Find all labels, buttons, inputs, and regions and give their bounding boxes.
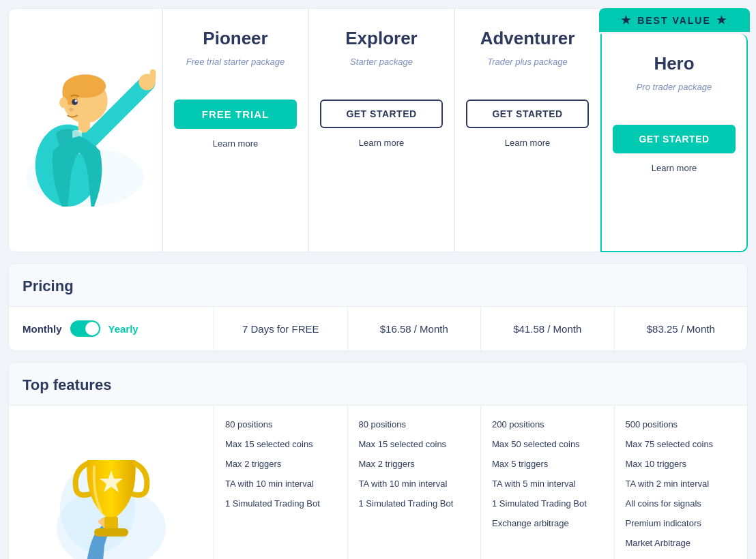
pricing-title: Pricing	[9, 264, 747, 307]
feature-item: Max 15 selected coins	[225, 438, 336, 451]
features-col-explorer: 80 positions Max 15 selected coins Max 2…	[347, 406, 481, 559]
pricing-cell-pioneer: 7 Days for FREE	[214, 307, 347, 350]
feature-item: All coins for signals	[626, 497, 737, 510]
features-row: 80 positions Max 15 selected coins Max 2…	[9, 406, 747, 559]
learn-more-explorer[interactable]: Learn more	[359, 138, 404, 148]
feature-item: 1 Simulated Trading Bot	[359, 497, 470, 510]
pricing-cell-hero: $83.25 / Month	[614, 307, 748, 350]
feature-item: Max 2 triggers	[359, 457, 470, 470]
feature-item: Exchange arbitrage	[492, 517, 603, 530]
star-left-icon: ★	[621, 14, 632, 27]
features-title: Top features	[9, 363, 747, 406]
pricing-section: Pricing Monthly Yearly 7 Days for FREE $…	[8, 263, 748, 351]
feature-item: Max 10 triggers	[626, 457, 737, 470]
hero-illustration-col	[8, 8, 162, 252]
plan-card-adventurer: Adventurer Trader plus package GET START…	[454, 8, 600, 252]
get-started-button-adventurer[interactable]: GET STARTED	[466, 100, 589, 128]
plan-card-pioneer: Pioneer Free trial starter package FREE …	[162, 8, 308, 252]
learn-more-pioneer[interactable]: Learn more	[213, 138, 258, 149]
feature-item: Market Making	[626, 556, 737, 559]
feature-item: TA with 2 min interval	[626, 477, 737, 490]
svg-point-13	[69, 108, 74, 111]
trophy-illustration	[43, 419, 179, 559]
price-adventurer: $41.58 / Month	[513, 323, 581, 335]
pricing-row: Monthly Yearly 7 Days for FREE $16.58 / …	[9, 307, 747, 350]
svg-rect-9	[150, 69, 156, 82]
svg-rect-17	[94, 528, 128, 537]
feature-item: Max 5 triggers	[492, 457, 603, 470]
feature-item: Max 2 triggers	[225, 457, 336, 470]
feature-item: 200 positions	[492, 418, 603, 431]
plan-sub-pioneer: Free trial starter package	[186, 56, 285, 80]
plan-sub-hero: Pro trader package	[637, 81, 712, 106]
feature-item: Max 75 selected coins	[626, 438, 737, 451]
features-col-hero: 500 positions Max 75 selected coins Max …	[614, 406, 748, 559]
billing-toggle[interactable]	[70, 320, 100, 337]
yearly-label: Yearly	[108, 323, 139, 335]
pricing-cell-explorer: $16.58 / Month	[347, 307, 481, 350]
best-value-text: BEST VALUE	[637, 15, 711, 26]
best-value-banner: ★ BEST VALUE ★	[599, 8, 750, 32]
learn-more-adventurer[interactable]: Learn more	[505, 138, 550, 148]
features-col-adventurer: 200 positions Max 50 selected coins Max …	[480, 406, 614, 559]
price-hero: $83.25 / Month	[647, 323, 715, 335]
monthly-label: Monthly	[23, 323, 62, 335]
feature-item: TA with 10 min interval	[225, 477, 336, 490]
learn-more-hero[interactable]: Learn more	[652, 163, 697, 173]
get-started-button-explorer[interactable]: GET STARTED	[320, 100, 443, 128]
price-pioneer: 7 Days for FREE	[242, 323, 319, 335]
plan-name-hero: Hero	[654, 53, 694, 74]
feature-item: TA with 5 min interval	[492, 477, 603, 490]
feature-item: Market Arbitrage	[626, 537, 737, 549]
plan-name-pioneer: Pioneer	[203, 28, 267, 49]
plan-sub-explorer: Starter package	[350, 56, 413, 80]
man-illustration	[9, 35, 162, 226]
feature-item: Premium indicators	[626, 517, 737, 530]
star-right-icon: ★	[716, 14, 727, 27]
feature-item: 80 positions	[225, 418, 336, 431]
feature-item: Max 15 selected coins	[359, 438, 470, 451]
plan-name-adventurer: Adventurer	[480, 28, 575, 49]
price-explorer: $16.58 / Month	[380, 323, 448, 335]
feature-item: TA with 10 min interval	[359, 477, 470, 490]
feature-item: 80 positions	[359, 418, 470, 431]
feature-item: 1 Simulated Trading Bot	[225, 497, 336, 510]
svg-point-11	[72, 99, 78, 105]
plan-card-explorer: Explorer Starter package GET STARTED Lea…	[308, 8, 454, 252]
svg-point-5	[59, 97, 68, 108]
feature-item: Max 50 selected coins	[492, 438, 603, 451]
get-started-button-hero[interactable]: GET STARTED	[613, 125, 736, 153]
feature-item: 500 positions	[626, 418, 737, 431]
features-col-pioneer: 80 positions Max 15 selected coins Max 2…	[214, 406, 347, 559]
features-hero-col	[9, 406, 214, 559]
pricing-cell-adventurer: $41.58 / Month	[480, 307, 614, 350]
plans-header-row: Pioneer Free trial starter package FREE …	[8, 8, 748, 252]
pricing-toggle-cell: Monthly Yearly	[9, 309, 214, 348]
plan-card-hero: Hero Pro trader package GET STARTED Lear…	[600, 34, 748, 252]
plan-name-explorer: Explorer	[345, 28, 418, 49]
plan-card-hero-wrapper: ★ BEST VALUE ★ Hero Pro trader package G…	[600, 34, 748, 252]
feature-item: 1 Simulated Trading Bot	[492, 497, 603, 510]
svg-point-12	[74, 100, 76, 102]
plan-sub-adventurer: Trader plus package	[487, 56, 568, 80]
free-trial-button[interactable]: FREE TRIAL	[174, 100, 297, 129]
features-section: Top features	[8, 362, 748, 559]
